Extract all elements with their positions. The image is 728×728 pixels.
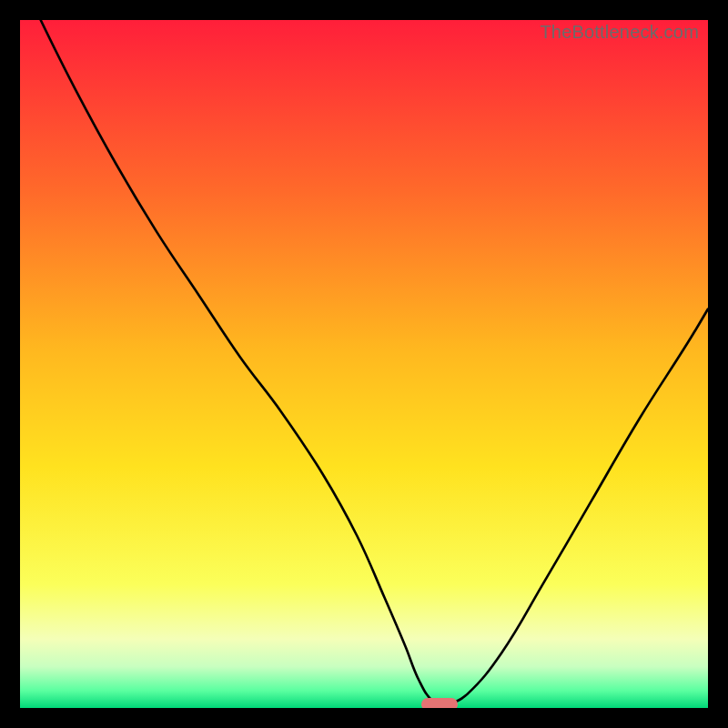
watermark-text: TheBottleneck.com xyxy=(540,22,699,43)
optimal-marker xyxy=(421,698,458,708)
chart-frame: TheBottleneck.com xyxy=(0,0,728,728)
bottleneck-curve xyxy=(20,20,708,708)
plot-area: TheBottleneck.com xyxy=(20,20,708,708)
